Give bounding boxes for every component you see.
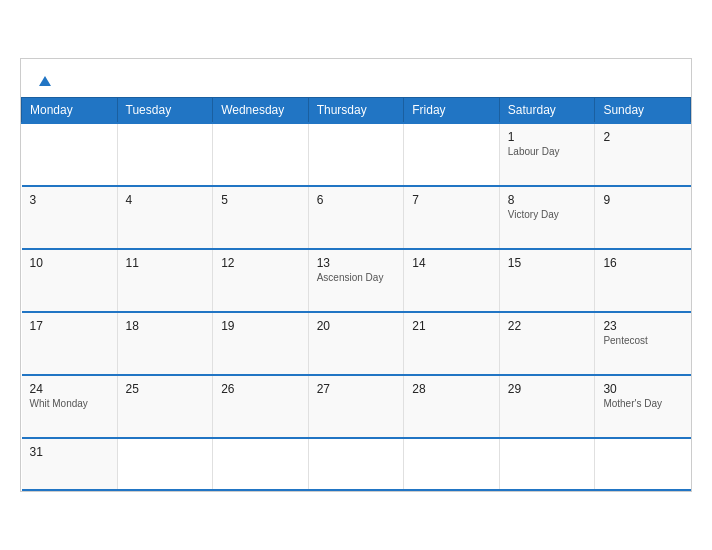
calendar-cell: 21 (404, 312, 500, 375)
calendar-cell (213, 438, 309, 490)
day-number: 7 (412, 193, 491, 207)
calendar-cell (308, 123, 404, 186)
day-number: 14 (412, 256, 491, 270)
day-event: Labour Day (508, 146, 587, 157)
day-number: 28 (412, 382, 491, 396)
day-number: 11 (126, 256, 205, 270)
calendar-cell: 15 (499, 249, 595, 312)
calendar-cell: 24Whit Monday (22, 375, 118, 438)
day-number: 31 (30, 445, 109, 459)
logo (37, 71, 51, 89)
day-header-friday: Friday (404, 97, 500, 123)
week-row: 24Whit Monday252627282930Mother's Day (22, 375, 691, 438)
calendar-cell: 9 (595, 186, 691, 249)
day-number: 1 (508, 130, 587, 144)
day-event: Victory Day (508, 209, 587, 220)
week-row: 1Labour Day2 (22, 123, 691, 186)
day-event: Whit Monday (30, 398, 109, 409)
calendar-cell: 19 (213, 312, 309, 375)
calendar-cell: 22 (499, 312, 595, 375)
calendar-cell: 30Mother's Day (595, 375, 691, 438)
calendar-cell (22, 123, 118, 186)
calendar-cell (117, 123, 213, 186)
days-header-row: MondayTuesdayWednesdayThursdayFridaySatu… (22, 97, 691, 123)
calendar-cell (499, 438, 595, 490)
calendar-cell: 28 (404, 375, 500, 438)
calendar-cell: 13Ascension Day (308, 249, 404, 312)
calendar-cell: 26 (213, 375, 309, 438)
calendar-cell: 20 (308, 312, 404, 375)
calendar-cell: 25 (117, 375, 213, 438)
day-number: 20 (317, 319, 396, 333)
calendar-cell: 29 (499, 375, 595, 438)
calendar-cell: 4 (117, 186, 213, 249)
calendar-cell: 27 (308, 375, 404, 438)
calendar-cell: 8Victory Day (499, 186, 595, 249)
day-number: 12 (221, 256, 300, 270)
day-number: 29 (508, 382, 587, 396)
calendar-cell: 23Pentecost (595, 312, 691, 375)
calendar-cell (117, 438, 213, 490)
calendar-cell: 17 (22, 312, 118, 375)
calendar-cell (213, 123, 309, 186)
calendar-tbody: 1Labour Day2345678Victory Day910111213As… (22, 123, 691, 490)
logo-triangle-icon (39, 76, 51, 86)
day-number: 25 (126, 382, 205, 396)
day-number: 3 (30, 193, 109, 207)
calendar-header (21, 59, 691, 97)
day-number: 23 (603, 319, 682, 333)
day-number: 30 (603, 382, 682, 396)
calendar-cell: 11 (117, 249, 213, 312)
calendar-cell: 31 (22, 438, 118, 490)
day-number: 19 (221, 319, 300, 333)
day-number: 5 (221, 193, 300, 207)
day-number: 10 (30, 256, 109, 270)
day-header-wednesday: Wednesday (213, 97, 309, 123)
calendar-cell: 1Labour Day (499, 123, 595, 186)
day-number: 13 (317, 256, 396, 270)
day-number: 6 (317, 193, 396, 207)
calendar-cell: 2 (595, 123, 691, 186)
calendar-cell (404, 123, 500, 186)
calendar-cell (404, 438, 500, 490)
day-number: 16 (603, 256, 682, 270)
calendar-cell: 5 (213, 186, 309, 249)
day-number: 24 (30, 382, 109, 396)
day-number: 27 (317, 382, 396, 396)
day-number: 9 (603, 193, 682, 207)
day-number: 15 (508, 256, 587, 270)
day-header-monday: Monday (22, 97, 118, 123)
week-row: 17181920212223Pentecost (22, 312, 691, 375)
calendar-cell: 10 (22, 249, 118, 312)
calendar-cell: 12 (213, 249, 309, 312)
day-header-sunday: Sunday (595, 97, 691, 123)
day-number: 2 (603, 130, 682, 144)
calendar-cell: 3 (22, 186, 118, 249)
calendar-thead: MondayTuesdayWednesdayThursdayFridaySatu… (22, 97, 691, 123)
calendar-cell (308, 438, 404, 490)
day-header-saturday: Saturday (499, 97, 595, 123)
day-event: Mother's Day (603, 398, 682, 409)
calendar-cell: 6 (308, 186, 404, 249)
calendar-cell: 18 (117, 312, 213, 375)
calendar-cell: 7 (404, 186, 500, 249)
calendar-cell: 16 (595, 249, 691, 312)
day-event: Pentecost (603, 335, 682, 346)
day-number: 26 (221, 382, 300, 396)
day-header-thursday: Thursday (308, 97, 404, 123)
calendar-wrapper: MondayTuesdayWednesdayThursdayFridaySatu… (20, 58, 692, 492)
calendar-cell (595, 438, 691, 490)
day-number: 22 (508, 319, 587, 333)
day-number: 4 (126, 193, 205, 207)
day-header-tuesday: Tuesday (117, 97, 213, 123)
day-event: Ascension Day (317, 272, 396, 283)
calendar-cell: 14 (404, 249, 500, 312)
day-number: 18 (126, 319, 205, 333)
day-number: 17 (30, 319, 109, 333)
week-row: 31 (22, 438, 691, 490)
week-row: 345678Victory Day9 (22, 186, 691, 249)
logo-general (37, 71, 51, 89)
calendar-grid: MondayTuesdayWednesdayThursdayFridaySatu… (21, 97, 691, 491)
day-number: 8 (508, 193, 587, 207)
week-row: 10111213Ascension Day141516 (22, 249, 691, 312)
